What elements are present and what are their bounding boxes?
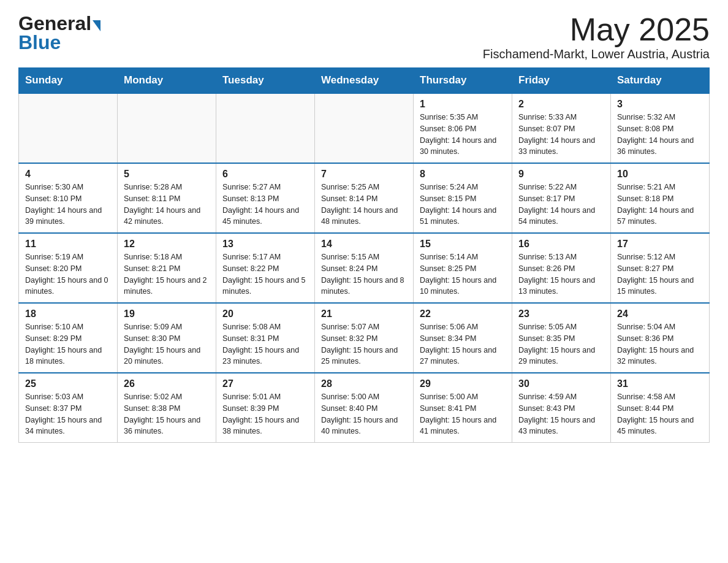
day-number: 27 xyxy=(222,378,308,389)
calendar-cell-w3-d1: 12Sunrise: 5:18 AM Sunset: 8:21 PM Dayli… xyxy=(118,233,216,303)
calendar-cell-w1-d4: 1Sunrise: 5:35 AM Sunset: 8:06 PM Daylig… xyxy=(414,93,512,163)
calendar-cell-w4-d3: 21Sunrise: 5:07 AM Sunset: 8:32 PM Dayli… xyxy=(315,303,414,373)
day-info: Sunrise: 5:05 AM Sunset: 8:35 PM Dayligh… xyxy=(518,321,604,367)
day-info: Sunrise: 5:15 AM Sunset: 8:24 PM Dayligh… xyxy=(321,251,407,297)
day-number: 13 xyxy=(222,239,308,250)
day-info: Sunrise: 5:28 AM Sunset: 8:11 PM Dayligh… xyxy=(124,182,210,228)
week-row-3: 11Sunrise: 5:19 AM Sunset: 8:20 PM Dayli… xyxy=(19,233,710,303)
calendar-cell-w5-d4: 29Sunrise: 5:00 AM Sunset: 8:41 PM Dayli… xyxy=(414,373,512,443)
calendar-cell-w4-d1: 19Sunrise: 5:09 AM Sunset: 8:30 PM Dayli… xyxy=(118,303,216,373)
day-info: Sunrise: 5:30 AM Sunset: 8:10 PM Dayligh… xyxy=(25,182,111,228)
location-title: Fischamend-Markt, Lower Austria, Austria xyxy=(483,47,710,61)
calendar-cell-w4-d2: 20Sunrise: 5:08 AM Sunset: 8:31 PM Dayli… xyxy=(216,303,315,373)
week-row-4: 18Sunrise: 5:10 AM Sunset: 8:29 PM Dayli… xyxy=(19,303,710,373)
calendar-cell-w4-d4: 22Sunrise: 5:06 AM Sunset: 8:34 PM Dayli… xyxy=(414,303,512,373)
day-number: 12 xyxy=(124,239,210,250)
logo-triangle-icon xyxy=(93,20,100,31)
day-number: 11 xyxy=(25,239,111,250)
day-number: 16 xyxy=(518,239,604,250)
calendar-cell-w4-d6: 24Sunrise: 5:04 AM Sunset: 8:36 PM Dayli… xyxy=(611,303,710,373)
day-info: Sunrise: 5:27 AM Sunset: 8:13 PM Dayligh… xyxy=(222,182,308,228)
calendar-cell-w4-d0: 18Sunrise: 5:10 AM Sunset: 8:29 PM Dayli… xyxy=(19,303,118,373)
day-info: Sunrise: 5:12 AM Sunset: 8:27 PM Dayligh… xyxy=(617,251,703,297)
calendar-cell-w2-d3: 7Sunrise: 5:25 AM Sunset: 8:14 PM Daylig… xyxy=(315,163,414,233)
day-number: 18 xyxy=(25,308,111,320)
day-info: Sunrise: 5:17 AM Sunset: 8:22 PM Dayligh… xyxy=(222,251,308,297)
day-number: 30 xyxy=(518,378,604,389)
calendar-cell-w3-d4: 15Sunrise: 5:14 AM Sunset: 8:25 PM Dayli… xyxy=(414,233,512,303)
logo-blue: Blue xyxy=(18,31,61,54)
day-info: Sunrise: 5:01 AM Sunset: 8:39 PM Dayligh… xyxy=(222,391,308,437)
day-number: 1 xyxy=(420,99,506,110)
day-info: Sunrise: 5:22 AM Sunset: 8:17 PM Dayligh… xyxy=(518,182,604,228)
calendar-cell-w3-d2: 13Sunrise: 5:17 AM Sunset: 8:22 PM Dayli… xyxy=(216,233,315,303)
day-info: Sunrise: 5:13 AM Sunset: 8:26 PM Dayligh… xyxy=(518,251,604,297)
header-tuesday: Tuesday xyxy=(216,68,315,94)
calendar-cell-w5-d1: 26Sunrise: 5:02 AM Sunset: 8:38 PM Dayli… xyxy=(118,373,216,443)
day-info: Sunrise: 5:02 AM Sunset: 8:38 PM Dayligh… xyxy=(124,391,210,437)
day-info: Sunrise: 5:24 AM Sunset: 8:15 PM Dayligh… xyxy=(420,182,506,228)
calendar-cell-w2-d5: 9Sunrise: 5:22 AM Sunset: 8:17 PM Daylig… xyxy=(512,163,611,233)
calendar-cell-w5-d6: 31Sunrise: 4:58 AM Sunset: 8:44 PM Dayli… xyxy=(611,373,710,443)
day-number: 21 xyxy=(321,308,407,320)
calendar-cell-w3-d3: 14Sunrise: 5:15 AM Sunset: 8:24 PM Dayli… xyxy=(315,233,414,303)
day-info: Sunrise: 5:07 AM Sunset: 8:32 PM Dayligh… xyxy=(321,321,407,367)
day-number: 25 xyxy=(25,378,111,389)
day-number: 17 xyxy=(617,239,703,250)
week-row-1: 1Sunrise: 5:35 AM Sunset: 8:06 PM Daylig… xyxy=(19,93,710,163)
day-info: Sunrise: 5:33 AM Sunset: 8:07 PM Dayligh… xyxy=(518,112,604,158)
day-number: 19 xyxy=(124,308,210,320)
day-number: 26 xyxy=(124,378,210,389)
day-info: Sunrise: 5:06 AM Sunset: 8:34 PM Dayligh… xyxy=(420,321,506,367)
week-row-5: 25Sunrise: 5:03 AM Sunset: 8:37 PM Dayli… xyxy=(19,373,710,443)
calendar-table: Sunday Monday Tuesday Wednesday Thursday… xyxy=(18,67,710,443)
calendar-cell-w1-d5: 2Sunrise: 5:33 AM Sunset: 8:07 PM Daylig… xyxy=(512,93,611,163)
day-info: Sunrise: 5:03 AM Sunset: 8:37 PM Dayligh… xyxy=(25,391,111,437)
calendar-cell-w5-d5: 30Sunrise: 4:59 AM Sunset: 8:43 PM Dayli… xyxy=(512,373,611,443)
calendar-cell-w5-d2: 27Sunrise: 5:01 AM Sunset: 8:39 PM Dayli… xyxy=(216,373,315,443)
day-info: Sunrise: 5:10 AM Sunset: 8:29 PM Dayligh… xyxy=(25,321,111,367)
day-number: 7 xyxy=(321,169,407,180)
header-wednesday: Wednesday xyxy=(315,68,414,94)
calendar-cell-w2-d2: 6Sunrise: 5:27 AM Sunset: 8:13 PM Daylig… xyxy=(216,163,315,233)
day-info: Sunrise: 5:35 AM Sunset: 8:06 PM Dayligh… xyxy=(420,112,506,158)
day-number: 23 xyxy=(518,308,604,320)
day-info: Sunrise: 5:18 AM Sunset: 8:21 PM Dayligh… xyxy=(124,251,210,297)
calendar-cell-w1-d2 xyxy=(216,93,315,163)
day-info: Sunrise: 5:25 AM Sunset: 8:14 PM Dayligh… xyxy=(321,182,407,228)
day-number: 24 xyxy=(617,308,703,320)
day-info: Sunrise: 5:32 AM Sunset: 8:08 PM Dayligh… xyxy=(617,112,703,158)
calendar-cell-w3-d6: 17Sunrise: 5:12 AM Sunset: 8:27 PM Dayli… xyxy=(611,233,710,303)
logo: General Blue xyxy=(18,12,100,54)
day-number: 31 xyxy=(617,378,703,389)
day-number: 15 xyxy=(420,239,506,250)
day-info: Sunrise: 5:21 AM Sunset: 8:18 PM Dayligh… xyxy=(617,182,703,228)
week-row-2: 4Sunrise: 5:30 AM Sunset: 8:10 PM Daylig… xyxy=(19,163,710,233)
calendar-cell-w3-d5: 16Sunrise: 5:13 AM Sunset: 8:26 PM Dayli… xyxy=(512,233,611,303)
weekday-header-row: Sunday Monday Tuesday Wednesday Thursday… xyxy=(19,68,710,94)
day-number: 20 xyxy=(222,308,308,320)
day-number: 3 xyxy=(617,99,703,110)
calendar-cell-w1-d1 xyxy=(118,93,216,163)
day-number: 4 xyxy=(25,169,111,180)
header-friday: Friday xyxy=(512,68,611,94)
day-info: Sunrise: 5:08 AM Sunset: 8:31 PM Dayligh… xyxy=(222,321,308,367)
day-number: 22 xyxy=(420,308,506,320)
calendar-cell-w1-d3 xyxy=(315,93,414,163)
day-info: Sunrise: 5:00 AM Sunset: 8:40 PM Dayligh… xyxy=(321,391,407,437)
day-number: 29 xyxy=(420,378,506,389)
header-saturday: Saturday xyxy=(611,68,710,94)
calendar-cell-w5-d3: 28Sunrise: 5:00 AM Sunset: 8:40 PM Dayli… xyxy=(315,373,414,443)
day-number: 28 xyxy=(321,378,407,389)
title-area: May 2025 Fischamend-Markt, Lower Austria… xyxy=(483,12,710,61)
page-header: General Blue May 2025 Fischamend-Markt, … xyxy=(18,12,710,61)
calendar-cell-w1-d6: 3Sunrise: 5:32 AM Sunset: 8:08 PM Daylig… xyxy=(611,93,710,163)
day-info: Sunrise: 5:04 AM Sunset: 8:36 PM Dayligh… xyxy=(617,321,703,367)
day-number: 5 xyxy=(124,169,210,180)
day-number: 14 xyxy=(321,239,407,250)
month-year-title: May 2025 xyxy=(483,12,710,47)
calendar-cell-w2-d6: 10Sunrise: 5:21 AM Sunset: 8:18 PM Dayli… xyxy=(611,163,710,233)
day-number: 8 xyxy=(420,169,506,180)
day-number: 9 xyxy=(518,169,604,180)
calendar-cell-w4-d5: 23Sunrise: 5:05 AM Sunset: 8:35 PM Dayli… xyxy=(512,303,611,373)
